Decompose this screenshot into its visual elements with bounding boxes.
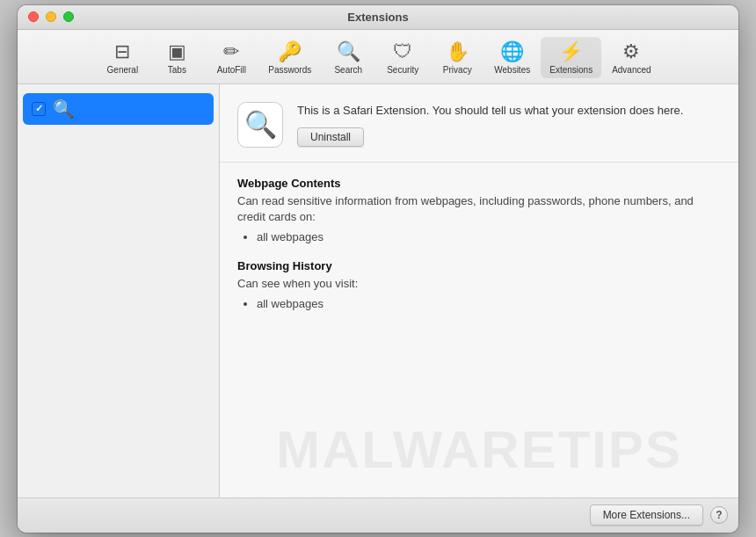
toolbar-label-search: Search	[334, 65, 362, 75]
tabs-icon: ▣	[168, 40, 186, 63]
uninstall-button[interactable]: Uninstall	[297, 127, 364, 147]
perm-list-webpage: all webpages	[257, 230, 721, 243]
passwords-icon: 🔑	[278, 40, 302, 63]
security-icon: 🛡	[393, 40, 412, 63]
toolbar-item-advanced[interactable]: ⚙ Advanced	[603, 37, 659, 78]
minimize-button[interactable]	[46, 11, 56, 22]
main-content: 🔍 MALWARETIPS 🔍 This is a Safari Extensi…	[18, 84, 738, 497]
extension-detail-panel: MALWARETIPS 🔍 This is a Safari Extension…	[220, 84, 738, 497]
perm-list-item: all webpages	[257, 230, 721, 243]
toolbar-label-extensions: Extensions	[549, 65, 592, 75]
autofill-icon: ✏	[223, 40, 239, 63]
extension-info: This is a Safari Extension. You should t…	[297, 102, 721, 148]
close-button[interactable]	[28, 11, 39, 22]
window-controls	[28, 11, 74, 22]
titlebar: Extensions	[18, 5, 738, 30]
permission-group-browsing-history: Browsing History Can see when you visit:…	[237, 259, 721, 310]
extensions-sidebar: 🔍	[18, 84, 220, 497]
search-toolbar-icon: 🔍	[337, 40, 360, 63]
sidebar-item-search-extension[interactable]: 🔍	[23, 93, 214, 125]
perm-title-webpage: Webpage Contents	[237, 177, 721, 190]
perm-list-history: all webpages	[257, 297, 721, 310]
perm-list-item: all webpages	[257, 297, 721, 310]
toolbar-item-autofill[interactable]: ✏ AutoFill	[205, 37, 258, 78]
toolbar-label-security: Security	[387, 65, 418, 75]
toolbar-item-passwords[interactable]: 🔑 Passwords	[259, 37, 320, 78]
window-footer: More Extensions... ?	[18, 497, 738, 533]
toolbar-label-autofill: AutoFill	[217, 65, 246, 75]
toolbar-item-security[interactable]: 🛡 Security	[376, 37, 429, 78]
extension-icon-symbol: 🔍	[244, 109, 277, 140]
websites-icon: 🌐	[500, 40, 524, 63]
toolbar-label-tabs: Tabs	[168, 65, 186, 75]
toolbar-item-search[interactable]: 🔍 Search	[322, 37, 374, 78]
more-extensions-button[interactable]: More Extensions...	[590, 504, 703, 526]
extension-icon: 🔍	[237, 102, 283, 148]
toolbar-label-passwords: Passwords	[268, 65, 311, 75]
permissions-section: Webpage Contents Can read sensitive info…	[220, 163, 738, 341]
general-icon: ⊟	[114, 40, 130, 63]
privacy-icon: ✋	[446, 40, 469, 63]
toolbar-item-tabs[interactable]: ▣ Tabs	[150, 37, 203, 78]
toolbar-label-advanced: Advanced	[612, 65, 651, 75]
extension-checkbox[interactable]	[32, 102, 46, 116]
extension-description: This is a Safari Extension. You should t…	[297, 102, 721, 120]
toolbar-label-privacy: Privacy	[443, 65, 472, 75]
perm-desc-history: Can see when you visit:	[237, 276, 721, 292]
watermark: MALWARETIPS	[220, 419, 738, 480]
extensions-icon: ⚡	[559, 40, 583, 63]
toolbar-item-privacy[interactable]: ✋ Privacy	[431, 37, 483, 78]
safari-preferences-window: Extensions ⊟ General ▣ Tabs ✏ AutoFill 🔑…	[18, 5, 738, 533]
extension-search-icon: 🔍	[53, 98, 75, 120]
perm-title-history: Browsing History	[237, 259, 721, 272]
permission-group-webpage-contents: Webpage Contents Can read sensitive info…	[237, 177, 721, 243]
advanced-icon: ⚙	[622, 40, 640, 63]
toolbar-label-websites: Websites	[494, 65, 530, 75]
toolbar-label-general: General	[107, 65, 139, 75]
window-title: Extensions	[347, 11, 408, 24]
maximize-button[interactable]	[63, 11, 74, 22]
toolbar-item-extensions[interactable]: ⚡ Extensions	[541, 37, 601, 78]
toolbar-item-general[interactable]: ⊟ General	[96, 37, 149, 78]
toolbar: ⊟ General ▣ Tabs ✏ AutoFill 🔑 Passwords …	[18, 30, 738, 84]
help-button[interactable]: ?	[710, 506, 728, 524]
toolbar-item-websites[interactable]: 🌐 Websites	[485, 37, 539, 78]
extension-header: 🔍 This is a Safari Extension. You should…	[220, 84, 738, 163]
perm-desc-webpage: Can read sensitive information from webp…	[237, 193, 721, 225]
